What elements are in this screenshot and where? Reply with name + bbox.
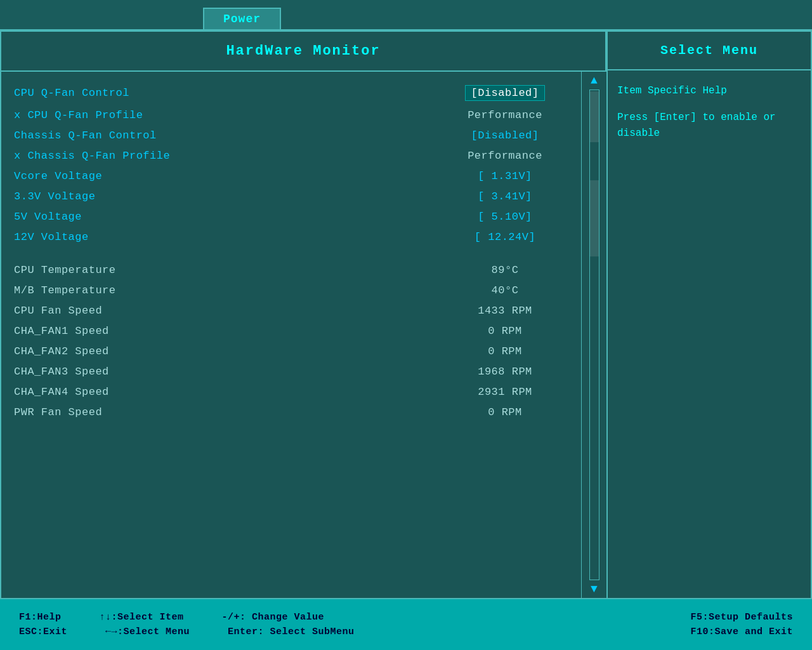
setting-label-cha-fan3: CHA_FAN3 Speed bbox=[14, 366, 442, 378]
spacer bbox=[14, 247, 568, 260]
setting-value-5v: [ 5.10V] bbox=[442, 211, 568, 223]
setting-row-cha-fan3: CHA_FAN3 Speed 1968 RPM bbox=[14, 361, 568, 381]
key-select-item: ↑↓:Select Item bbox=[100, 612, 184, 623]
help-title: Item Specific Help bbox=[617, 83, 801, 100]
scroll-thumb-bottom[interactable] bbox=[590, 180, 599, 256]
setting-label-cpu-qfan-profile: x CPU Q-Fan Profile bbox=[14, 109, 442, 121]
scroll-arrow-up[interactable]: ▲ bbox=[591, 75, 598, 86]
setting-value-12v: [ 12.24V] bbox=[442, 231, 568, 243]
scrollbar[interactable]: ▲ ▼ bbox=[581, 72, 606, 598]
setting-row-cpu-qfan-control[interactable]: CPU Q-Fan Control [Disabled] bbox=[14, 81, 568, 105]
right-panel: Select Menu Item Specific Help Press [En… bbox=[608, 32, 811, 598]
bottom-row-1: F1:Help ↑↓:Select Item -/+: Change Value… bbox=[19, 612, 793, 623]
setting-row-cha-fan4: CHA_FAN4 Speed 2931 RPM bbox=[14, 381, 568, 402]
key-change-value: -/+: Change Value bbox=[222, 612, 325, 623]
setting-label-mb-temp: M/B Temperature bbox=[14, 284, 442, 296]
setting-row-3v3[interactable]: 3.3V Voltage [ 3.41V] bbox=[14, 186, 568, 206]
setting-label-cpu-fan: CPU Fan Speed bbox=[14, 305, 442, 317]
bios-screen: Power HardWare Monitor CPU Q-Fan Control… bbox=[0, 0, 812, 650]
key-select-menu: ←→:Select Menu bbox=[105, 627, 190, 637]
settings-list: CPU Q-Fan Control [Disabled] x CPU Q-Fan… bbox=[1, 72, 581, 598]
setting-label-chassis-qfan-profile: x Chassis Q-Fan Profile bbox=[14, 150, 442, 162]
setting-value-cha-fan4: 2931 RPM bbox=[442, 386, 568, 398]
setting-label-chassis-qfan-control: Chassis Q-Fan Control bbox=[14, 129, 442, 142]
setting-row-chassis-qfan-control[interactable]: Chassis Q-Fan Control [Disabled] bbox=[14, 125, 568, 145]
top-tab-bar: Power bbox=[0, 0, 812, 30]
key-esc-exit[interactable]: ESC:Exit bbox=[19, 627, 67, 637]
header-row: HardWare Monitor bbox=[1, 32, 606, 72]
setting-row-mb-temp: M/B Temperature 40°C bbox=[14, 280, 568, 300]
setting-value-chassis-qfan-control: [Disabled] bbox=[442, 129, 568, 142]
setting-value-cha-fan2: 0 RPM bbox=[442, 345, 568, 357]
setting-value-cpu-qfan-control: [Disabled] bbox=[442, 85, 568, 101]
setting-value-cpu-qfan-profile: Performance bbox=[442, 109, 568, 121]
setting-row-chassis-qfan-profile[interactable]: x Chassis Q-Fan Profile Performance bbox=[14, 145, 568, 166]
help-content: Item Specific Help Press [Enter] to enab… bbox=[608, 70, 811, 155]
setting-row-pwr-fan: PWR Fan Speed 0 RPM bbox=[14, 402, 568, 422]
key-f10-save[interactable]: F10:Save and Exit bbox=[690, 627, 793, 637]
section-title: HardWare Monitor bbox=[1, 32, 606, 70]
setting-value-cha-fan3: 1968 RPM bbox=[442, 366, 568, 378]
setting-label-cpu-qfan-control: CPU Q-Fan Control bbox=[14, 87, 442, 99]
setting-label-cha-fan4: CHA_FAN4 Speed bbox=[14, 386, 442, 398]
bottom-bar: F1:Help ↑↓:Select Item -/+: Change Value… bbox=[0, 599, 812, 650]
scroll-track[interactable] bbox=[589, 90, 599, 580]
select-menu-title: Select Menu bbox=[608, 32, 811, 70]
setting-row-12v[interactable]: 12V Voltage [ 12.24V] bbox=[14, 227, 568, 247]
setting-value-cpu-fan: 1433 RPM bbox=[442, 305, 568, 317]
setting-label-cpu-temp: CPU Temperature bbox=[14, 264, 442, 276]
setting-value-3v3: [ 3.41V] bbox=[442, 190, 568, 202]
setting-label-cha-fan2: CHA_FAN2 Speed bbox=[14, 345, 442, 357]
setting-row-cha-fan2: CHA_FAN2 Speed 0 RPM bbox=[14, 341, 568, 361]
key-f1-help[interactable]: F1:Help bbox=[19, 612, 62, 623]
setting-value-cpu-temp: 89°C bbox=[442, 264, 568, 276]
setting-row-cha-fan1: CHA_FAN1 Speed 0 RPM bbox=[14, 321, 568, 341]
setting-value-chassis-qfan-profile: Performance bbox=[442, 150, 568, 162]
left-center-panel: HardWare Monitor CPU Q-Fan Control [Disa… bbox=[1, 32, 608, 598]
setting-row-vcore[interactable]: Vcore Voltage [ 1.31V] bbox=[14, 166, 568, 186]
setting-label-vcore: Vcore Voltage bbox=[14, 170, 442, 182]
scroll-thumb-top[interactable] bbox=[590, 91, 599, 142]
setting-label-pwr-fan: PWR Fan Speed bbox=[14, 406, 442, 418]
setting-value-vcore: [ 1.31V] bbox=[442, 170, 568, 182]
setting-label-12v: 12V Voltage bbox=[14, 231, 442, 243]
scroll-arrow-down[interactable]: ▼ bbox=[591, 583, 598, 595]
setting-row-cpu-temp: CPU Temperature 89°C bbox=[14, 260, 568, 280]
setting-value-pwr-fan: 0 RPM bbox=[442, 406, 568, 418]
power-tab[interactable]: Power bbox=[203, 8, 281, 29]
settings-area: CPU Q-Fan Control [Disabled] x CPU Q-Fan… bbox=[1, 72, 606, 598]
bottom-row-2: ESC:Exit ←→:Select Menu Enter: Select Su… bbox=[19, 627, 793, 637]
setting-value-mb-temp: 40°C bbox=[442, 284, 568, 296]
main-content: HardWare Monitor CPU Q-Fan Control [Disa… bbox=[0, 30, 812, 599]
setting-label-3v3: 3.3V Voltage bbox=[14, 190, 442, 202]
key-enter-submenu: Enter: Select SubMenu bbox=[228, 627, 355, 637]
help-description: Press [Enter] to enable or disable bbox=[617, 110, 801, 142]
setting-value-cha-fan1: 0 RPM bbox=[442, 325, 568, 337]
key-f5-defaults[interactable]: F5:Setup Defaults bbox=[690, 612, 793, 623]
setting-row-cpu-qfan-profile[interactable]: x CPU Q-Fan Profile Performance bbox=[14, 105, 568, 125]
setting-row-cpu-fan: CPU Fan Speed 1433 RPM bbox=[14, 300, 568, 321]
setting-label-cha-fan1: CHA_FAN1 Speed bbox=[14, 325, 442, 337]
setting-row-5v[interactable]: 5V Voltage [ 5.10V] bbox=[14, 206, 568, 227]
setting-label-5v: 5V Voltage bbox=[14, 211, 442, 223]
